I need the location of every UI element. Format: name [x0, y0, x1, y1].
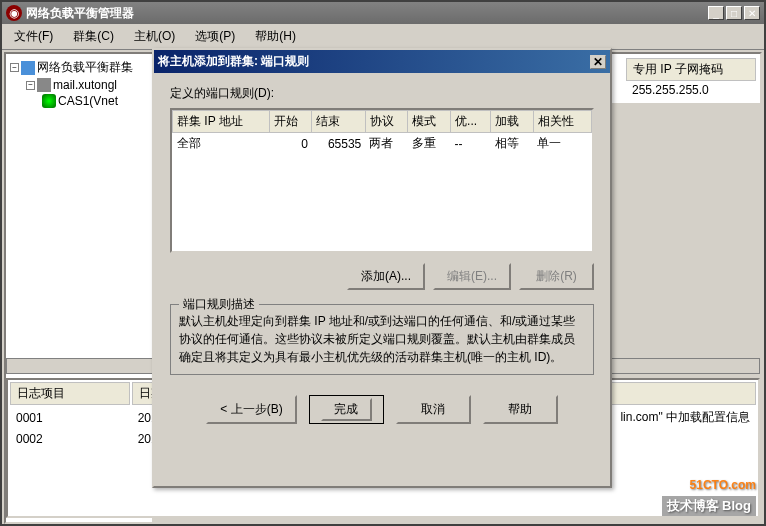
help-button[interactable]: 帮助	[483, 395, 558, 424]
window-title: 网络负载平衡管理器	[26, 5, 708, 22]
remove-button[interactable]: 删除(R)	[519, 263, 594, 290]
col-priority[interactable]: 优...	[451, 111, 491, 133]
tree-node-label: CAS1(Vnet	[58, 94, 118, 108]
dialog-title: 将主机添加到群集: 端口规则	[158, 53, 590, 70]
rules-table: 群集 IP 地址 开始 结束 协议 模式 优... 加载 相关性 全部 0 65…	[172, 110, 592, 154]
finish-button[interactable]: 完成	[309, 395, 384, 424]
dialog-footer: < 上一步(B) 完成 取消 帮助	[170, 395, 594, 424]
groupbox-text: 默认主机处理定向到群集 IP 地址和/或到达端口的任何通信、和/或通过某些协议的…	[179, 312, 585, 366]
tree-root-label: 网络负载平衡群集	[37, 59, 133, 76]
rules-label: 定义的端口规则(D):	[170, 85, 594, 102]
close-button[interactable]: ✕	[744, 6, 760, 20]
tree-host-label: mail.xutongl	[53, 78, 117, 92]
header-val: 255.255.255.0	[626, 81, 756, 99]
cluster-icon	[21, 61, 35, 75]
menu-file[interactable]: 文件(F)	[6, 26, 61, 47]
col-start[interactable]: 开始	[269, 111, 312, 133]
main-titlebar: ◉ 网络负载平衡管理器 _ □ ✕	[2, 2, 764, 24]
back-button[interactable]: < 上一步(B)	[206, 395, 296, 424]
menu-options[interactable]: 选项(P)	[187, 26, 243, 47]
expander-icon[interactable]: −	[10, 63, 19, 72]
col-affinity[interactable]: 相关性	[533, 111, 591, 133]
rules-table-wrap[interactable]: 群集 IP 地址 开始 结束 协议 模式 优... 加载 相关性 全部 0 65…	[170, 108, 594, 253]
expander-icon[interactable]: −	[26, 81, 35, 90]
watermark-main: 51CTO.com	[662, 478, 757, 492]
header-col: 专用 IP 子网掩码	[626, 58, 756, 81]
menu-help[interactable]: 帮助(H)	[247, 26, 304, 47]
col-protocol[interactable]: 协议	[365, 111, 408, 133]
dialog-body: 定义的端口规则(D): 群集 IP 地址 开始 结束 协议 模式 优... 加载…	[154, 73, 610, 436]
col-cluster-ip[interactable]: 群集 IP 地址	[173, 111, 270, 133]
rules-buttons: 添加(A)... 编辑(E)... 删除(R)	[170, 263, 594, 290]
cancel-button[interactable]: 取消	[396, 395, 471, 424]
tree-root[interactable]: − 网络负载平衡群集	[10, 58, 148, 77]
app-icon: ◉	[6, 5, 22, 21]
dialog-titlebar[interactable]: 将主机添加到群集: 端口规则 ✕	[154, 50, 610, 73]
window-controls: _ □ ✕	[708, 6, 760, 20]
log-col-id[interactable]: 日志项目	[10, 382, 130, 405]
port-rules-dialog: 将主机添加到群集: 端口规则 ✕ 定义的端口规则(D): 群集 IP 地址 开始…	[152, 48, 612, 488]
host-icon	[37, 78, 51, 92]
tree-node-item[interactable]: CAS1(Vnet	[10, 93, 148, 109]
rules-row[interactable]: 全部 0 65535 两者 多重 -- 相等 单一	[173, 133, 592, 155]
add-button[interactable]: 添加(A)...	[347, 263, 425, 290]
maximize-button[interactable]: □	[726, 6, 742, 20]
col-mode[interactable]: 模式	[408, 111, 451, 133]
node-icon	[42, 94, 56, 108]
col-end[interactable]: 结束	[312, 111, 365, 133]
edit-button[interactable]: 编辑(E)...	[433, 263, 511, 290]
dialog-close-button[interactable]: ✕	[590, 55, 606, 69]
col-load[interactable]: 加载	[491, 111, 534, 133]
description-groupbox: 端口规则描述 默认主机处理定向到群集 IP 地址和/或到达端口的任何通信、和/或…	[170, 304, 594, 375]
groupbox-title: 端口规则描述	[179, 296, 259, 313]
menubar: 文件(F) 群集(C) 主机(O) 选项(P) 帮助(H)	[2, 24, 764, 50]
menu-host[interactable]: 主机(O)	[126, 26, 183, 47]
watermark: 51CTO.com 技术博客 Blog	[662, 478, 757, 516]
watermark-sub: 技术博客 Blog	[662, 496, 757, 516]
menu-cluster[interactable]: 群集(C)	[65, 26, 122, 47]
tree-host[interactable]: − mail.xutongl	[10, 77, 148, 93]
rules-header-row: 群集 IP 地址 开始 结束 协议 模式 优... 加载 相关性	[173, 111, 592, 133]
minimize-button[interactable]: _	[708, 6, 724, 20]
